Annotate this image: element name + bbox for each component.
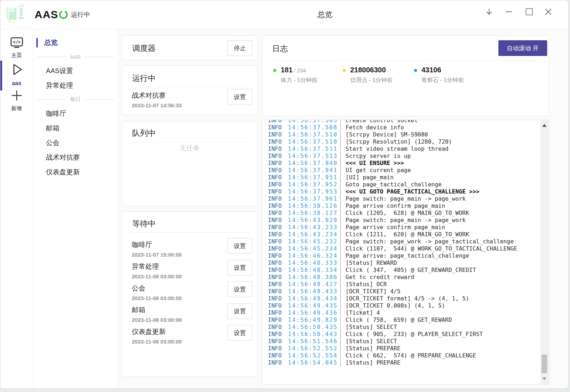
sidebar-item-exception[interactable]: 异常处理 (33, 78, 118, 93)
app-name: AAS (35, 0, 58, 29)
log-line: INFO 14:56:54.045 [Status] PREPARE (262, 359, 539, 366)
sidebar-item-label: 咖啡厅 (46, 110, 66, 117)
rail-item-aas[interactable]: aas (0, 62, 33, 87)
log-timestamp: 14:56:45.234 (288, 245, 339, 252)
rail-item-home[interactable]: </> 主页 (0, 37, 33, 59)
log-timestamp: 14:56:37.510 (288, 138, 339, 145)
log-timestamp: 14:56:50.435 (288, 324, 339, 331)
log-level: INFO (262, 131, 288, 138)
log-message: Click ( 662, 574) @ PREPARE_CHALLENGE (340, 352, 476, 359)
log-timestamp: 14:56:37.952 (288, 181, 339, 188)
sidebar-item-aas-settings[interactable]: AAS设置 (33, 63, 118, 78)
log-line: INFO 14:56:46.324 Page arrive: page_tact… (262, 252, 539, 259)
log-level: INFO (262, 331, 288, 338)
titlebar: AAS 运行中 总览 (0, 0, 568, 29)
sidebar-item-tactical-challenge[interactable]: 战术对抗赛 (33, 150, 118, 165)
log-message: <<< UI GOTO PAGE_TACTICAL_CHALLENGE >>> (340, 188, 480, 195)
log-level: INFO (262, 316, 288, 324)
log-timestamp: 14:56:49.436 (288, 309, 339, 316)
waiting-settings-button[interactable]: 设置 (227, 260, 252, 275)
section-label: AAS (70, 54, 81, 60)
scrollbar-thumb[interactable] (542, 355, 547, 373)
log-timestamp: 14:56:37.953 (288, 188, 339, 195)
running-settings-button[interactable]: 设置 (227, 89, 252, 105)
maximize-icon[interactable] (524, 7, 534, 17)
log-scrollbar[interactable] (540, 120, 548, 384)
log-message: Fetch device info (340, 124, 404, 131)
log-line: INFO 14:56:37.513 Scrcpy server is up (262, 153, 539, 160)
waiting-task-row: 邮箱 2023-11-08 03:00:00 设置 (132, 305, 252, 326)
log-header-card: 日志 自动滚动 开 181/ 234 体力 - 1分钟前 218006300 信… (262, 35, 549, 116)
log-message: Page arrive confirm page_main (340, 202, 445, 210)
app-window: AAS 运行中 总览 </> 主页 (0, 0, 569, 389)
log-level: INFO (262, 338, 288, 345)
log-line: INFO 14:56:37.508 Fetch device info (262, 124, 539, 131)
running-spinner-icon (58, 10, 68, 20)
waiting-settings-button[interactable]: 设置 (227, 238, 252, 254)
download-icon[interactable] (484, 7, 494, 17)
log-level: INFO (262, 267, 288, 274)
log-level: INFO (262, 202, 288, 210)
log-level: INFO (262, 302, 288, 309)
log-line: INFO 14:56:43.233 Page arrive confirm pa… (262, 224, 539, 231)
stat-value: 218006300 (350, 66, 386, 74)
scroll-down-arrow-icon[interactable] (542, 377, 546, 380)
running-card: 运行中 战术对抗赛 2023-11-07 14:56:33 设置 (122, 65, 258, 115)
waiting-settings-button[interactable]: 设置 (227, 325, 252, 341)
active-indicator (36, 38, 38, 47)
log-message: Page switch: page_main -> page_work (340, 195, 466, 202)
sidebar: 总览 AAS AAS设置 异常处理 每日 咖啡厅 邮箱 公会 战术对抗赛 仪表盘… (33, 29, 118, 388)
log-level: INFO (262, 160, 288, 167)
scroll-up-arrow-icon[interactable] (542, 124, 546, 127)
waiting-task-name: 咖啡厅 (132, 240, 152, 249)
code-monitor-icon: </> (10, 37, 24, 49)
log-message: Page arrive: page_tactical_challenge (340, 252, 469, 259)
waiting-settings-button[interactable]: 设置 (227, 282, 252, 297)
stop-button[interactable]: 停止 (227, 40, 252, 56)
stat-dot-yellow (343, 69, 346, 72)
waiting-task-name: 邮箱 (132, 305, 145, 315)
log-message: [UI] page_main (340, 174, 394, 181)
log-timestamp: 14:56:37.940 (288, 160, 339, 167)
close-icon[interactable] (543, 7, 553, 17)
sidebar-item-guild[interactable]: 公会 (33, 135, 118, 150)
minimize-icon[interactable] (504, 7, 514, 17)
sidebar-item-mail[interactable]: 邮箱 (33, 121, 118, 135)
log-message: [Scrcpy Device] SM-S9080 (340, 131, 428, 138)
waiting-task-time: 2023-11-08 03:00:00 (132, 339, 182, 345)
stat-label: 青辉石 - 1分钟前 (421, 77, 464, 84)
autoscroll-toggle-button[interactable]: 自动滚动 开 (498, 40, 547, 56)
sidebar-item-overview[interactable]: 总览 (33, 35, 118, 50)
log-line: INFO 14:56:38.126 Page arrive confirm pa… (262, 202, 539, 210)
stat-orundum: 43106 青辉石 - 1分钟前 (414, 66, 464, 84)
log-level: INFO (262, 188, 288, 195)
sidebar-item-dashboard-update[interactable]: 仪表盘更新 (33, 165, 118, 179)
log-level: INFO (262, 359, 288, 366)
stat-suffix: / 234 (294, 67, 306, 73)
log-line: INFO 14:56:48.334 Click ( 347, 405) @ GE… (262, 267, 539, 274)
log-level: INFO (262, 181, 288, 188)
log-line: INFO 14:56:49.829 Click ( 758, 659) @ GE… (262, 316, 539, 324)
log-timestamp: 14:56:37.513 (288, 153, 339, 160)
play-icon (9, 62, 24, 77)
log-timestamp: 14:56:45.232 (288, 238, 339, 245)
stat-credit: 218006300 信用点 - 1分钟前 (343, 66, 393, 84)
waiting-settings-button[interactable]: 设置 (227, 303, 252, 319)
log-timestamp: 14:56:38.127 (288, 210, 339, 217)
log-line: INFO 14:56:49.435 [OCR_TICKET 0.008s] (4… (262, 302, 539, 309)
rail-item-add[interactable]: 新增 (0, 89, 33, 112)
log-timestamp: 14:56:52.554 (288, 352, 339, 359)
log-line: INFO 14:56:49.427 [Status] OCR (262, 281, 539, 288)
waiting-task-row: 公会 2023-11-08 03:00:00 设置 (132, 283, 252, 305)
log-viewport[interactable]: INFO 14:56:37.505 Create control socket … (262, 120, 549, 385)
log-timestamp: 14:56:46.324 (288, 252, 339, 259)
log-message: Click (1107, 544) @ WORK_GO_TO_TACTICAL_… (340, 245, 517, 252)
log-message: Click (1205, 628) @ MAIN_GO_TO_WORK (340, 210, 469, 217)
log-line: INFO 14:56:50.443 Click ( 905, 233) @ PL… (262, 331, 539, 338)
sidebar-item-cafe[interactable]: 咖啡厅 (33, 106, 118, 121)
log-level: INFO (262, 195, 288, 202)
log-message: Goto page_tactical_challenge (340, 181, 442, 188)
log-message: [Ticket] 4 (340, 309, 380, 316)
log-level: INFO (262, 153, 288, 160)
log-timestamp: 14:56:54.045 (288, 359, 339, 366)
